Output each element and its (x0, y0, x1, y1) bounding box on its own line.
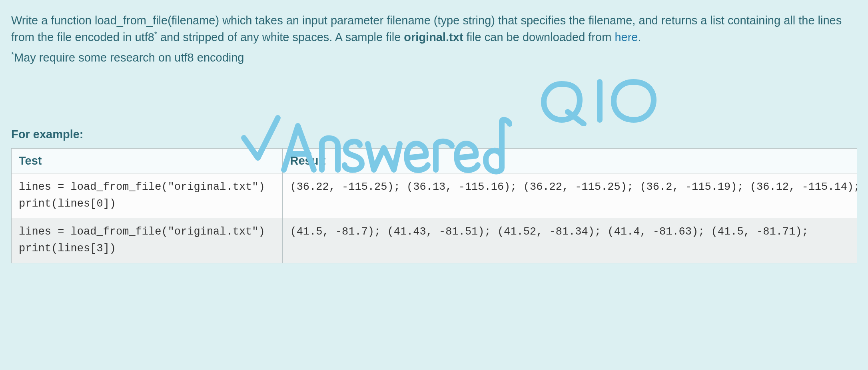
header-test: Test (12, 148, 283, 173)
question-bold-file: original.txt (404, 31, 463, 44)
cell-result: (36.22, -115.25); (36.13, -115.16); (36.… (283, 173, 857, 218)
footnote-star: * (11, 51, 14, 59)
footnote: *May require some research on utf8 encod… (11, 50, 857, 66)
cell-test: lines = load_from_file("original.txt") p… (12, 173, 283, 218)
table-row: lines = load_from_file("original.txt") p… (12, 218, 857, 263)
question-text: Write a function load_from_file(filename… (11, 12, 857, 46)
example-table-scroll[interactable]: Test Result lines = load_from_file("orig… (11, 148, 857, 271)
question-sup: * (154, 30, 157, 38)
table-row: lines = load_from_file("original.txt") p… (12, 173, 857, 218)
download-link[interactable]: here (615, 31, 638, 44)
cell-result: (41.5, -81.7); (41.43, -81.51); (41.52, … (283, 218, 857, 263)
example-label: For example: (11, 128, 857, 141)
question-page: Write a function load_from_file(filename… (0, 0, 868, 271)
header-result: Result (283, 148, 857, 173)
table-header-row: Test Result (12, 148, 857, 173)
question-part4: . (638, 31, 641, 44)
footnote-text: May require some research on utf8 encodi… (14, 51, 244, 64)
annotation-q10 (540, 74, 668, 126)
cell-test: lines = load_from_file("original.txt") p… (12, 218, 283, 263)
question-part3: file can be downloaded from (463, 31, 615, 44)
example-table: Test Result lines = load_from_file("orig… (11, 148, 857, 263)
question-part2: and stripped of any white spaces. A samp… (157, 31, 404, 44)
